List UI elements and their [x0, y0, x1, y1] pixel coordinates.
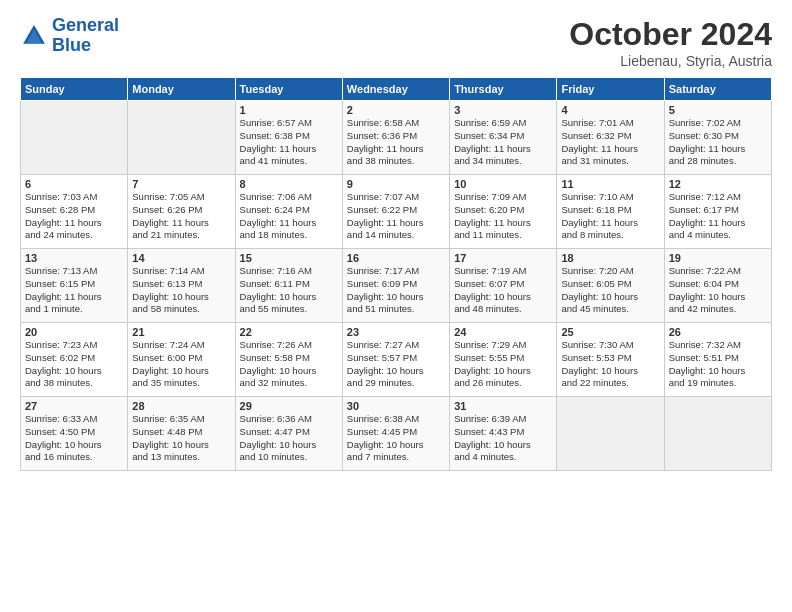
- day-number: 27: [25, 400, 123, 412]
- calendar-cell: 6Sunrise: 7:03 AM Sunset: 6:28 PM Daylig…: [21, 175, 128, 249]
- logo-line1: General: [52, 15, 119, 35]
- location-title: Liebenau, Styria, Austria: [569, 53, 772, 69]
- header: General Blue October 2024 Liebenau, Styr…: [20, 16, 772, 69]
- day-number: 10: [454, 178, 552, 190]
- calendar-cell: 11Sunrise: 7:10 AM Sunset: 6:18 PM Dayli…: [557, 175, 664, 249]
- day-number: 3: [454, 104, 552, 116]
- day-info: Sunrise: 7:26 AM Sunset: 5:58 PM Dayligh…: [240, 339, 338, 390]
- day-number: 16: [347, 252, 445, 264]
- day-info: Sunrise: 7:07 AM Sunset: 6:22 PM Dayligh…: [347, 191, 445, 242]
- day-info: Sunrise: 7:29 AM Sunset: 5:55 PM Dayligh…: [454, 339, 552, 390]
- day-info: Sunrise: 7:30 AM Sunset: 5:53 PM Dayligh…: [561, 339, 659, 390]
- day-info: Sunrise: 7:10 AM Sunset: 6:18 PM Dayligh…: [561, 191, 659, 242]
- logo-icon: [20, 22, 48, 50]
- calendar-cell: 3Sunrise: 6:59 AM Sunset: 6:34 PM Daylig…: [450, 101, 557, 175]
- calendar-cell: 13Sunrise: 7:13 AM Sunset: 6:15 PM Dayli…: [21, 249, 128, 323]
- calendar-cell: 27Sunrise: 6:33 AM Sunset: 4:50 PM Dayli…: [21, 397, 128, 471]
- weekday-header-wednesday: Wednesday: [342, 78, 449, 101]
- day-info: Sunrise: 6:57 AM Sunset: 6:38 PM Dayligh…: [240, 117, 338, 168]
- day-number: 14: [132, 252, 230, 264]
- day-number: 4: [561, 104, 659, 116]
- calendar-cell: [21, 101, 128, 175]
- weekday-header-thursday: Thursday: [450, 78, 557, 101]
- calendar-cell: [664, 397, 771, 471]
- day-number: 23: [347, 326, 445, 338]
- calendar-cell: 7Sunrise: 7:05 AM Sunset: 6:26 PM Daylig…: [128, 175, 235, 249]
- calendar-cell: 24Sunrise: 7:29 AM Sunset: 5:55 PM Dayli…: [450, 323, 557, 397]
- calendar-row: 20Sunrise: 7:23 AM Sunset: 6:02 PM Dayli…: [21, 323, 772, 397]
- calendar-cell: 17Sunrise: 7:19 AM Sunset: 6:07 PM Dayli…: [450, 249, 557, 323]
- day-info: Sunrise: 7:22 AM Sunset: 6:04 PM Dayligh…: [669, 265, 767, 316]
- calendar-cell: 9Sunrise: 7:07 AM Sunset: 6:22 PM Daylig…: [342, 175, 449, 249]
- page: General Blue October 2024 Liebenau, Styr…: [0, 0, 792, 612]
- calendar-cell: 8Sunrise: 7:06 AM Sunset: 6:24 PM Daylig…: [235, 175, 342, 249]
- day-number: 15: [240, 252, 338, 264]
- day-info: Sunrise: 7:03 AM Sunset: 6:28 PM Dayligh…: [25, 191, 123, 242]
- day-info: Sunrise: 7:09 AM Sunset: 6:20 PM Dayligh…: [454, 191, 552, 242]
- calendar-cell: 18Sunrise: 7:20 AM Sunset: 6:05 PM Dayli…: [557, 249, 664, 323]
- day-info: Sunrise: 6:35 AM Sunset: 4:48 PM Dayligh…: [132, 413, 230, 464]
- weekday-header-monday: Monday: [128, 78, 235, 101]
- weekday-header-saturday: Saturday: [664, 78, 771, 101]
- calendar-row: 6Sunrise: 7:03 AM Sunset: 6:28 PM Daylig…: [21, 175, 772, 249]
- day-info: Sunrise: 6:33 AM Sunset: 4:50 PM Dayligh…: [25, 413, 123, 464]
- day-info: Sunrise: 7:16 AM Sunset: 6:11 PM Dayligh…: [240, 265, 338, 316]
- calendar-cell: 28Sunrise: 6:35 AM Sunset: 4:48 PM Dayli…: [128, 397, 235, 471]
- day-info: Sunrise: 7:12 AM Sunset: 6:17 PM Dayligh…: [669, 191, 767, 242]
- day-info: Sunrise: 7:32 AM Sunset: 5:51 PM Dayligh…: [669, 339, 767, 390]
- day-number: 8: [240, 178, 338, 190]
- day-number: 13: [25, 252, 123, 264]
- day-number: 7: [132, 178, 230, 190]
- day-number: 26: [669, 326, 767, 338]
- calendar-cell: 26Sunrise: 7:32 AM Sunset: 5:51 PM Dayli…: [664, 323, 771, 397]
- day-number: 28: [132, 400, 230, 412]
- day-number: 12: [669, 178, 767, 190]
- day-info: Sunrise: 6:58 AM Sunset: 6:36 PM Dayligh…: [347, 117, 445, 168]
- calendar-cell: 14Sunrise: 7:14 AM Sunset: 6:13 PM Dayli…: [128, 249, 235, 323]
- calendar-cell: 15Sunrise: 7:16 AM Sunset: 6:11 PM Dayli…: [235, 249, 342, 323]
- calendar-cell: 23Sunrise: 7:27 AM Sunset: 5:57 PM Dayli…: [342, 323, 449, 397]
- calendar-cell: 25Sunrise: 7:30 AM Sunset: 5:53 PM Dayli…: [557, 323, 664, 397]
- day-number: 1: [240, 104, 338, 116]
- day-number: 20: [25, 326, 123, 338]
- calendar-cell: [128, 101, 235, 175]
- day-info: Sunrise: 6:39 AM Sunset: 4:43 PM Dayligh…: [454, 413, 552, 464]
- day-info: Sunrise: 6:38 AM Sunset: 4:45 PM Dayligh…: [347, 413, 445, 464]
- logo-text: General Blue: [52, 16, 119, 56]
- calendar-table: SundayMondayTuesdayWednesdayThursdayFrid…: [20, 77, 772, 471]
- calendar-row: 13Sunrise: 7:13 AM Sunset: 6:15 PM Dayli…: [21, 249, 772, 323]
- day-info: Sunrise: 7:17 AM Sunset: 6:09 PM Dayligh…: [347, 265, 445, 316]
- day-number: 30: [347, 400, 445, 412]
- day-number: 6: [25, 178, 123, 190]
- calendar-row: 1Sunrise: 6:57 AM Sunset: 6:38 PM Daylig…: [21, 101, 772, 175]
- day-info: Sunrise: 7:13 AM Sunset: 6:15 PM Dayligh…: [25, 265, 123, 316]
- day-info: Sunrise: 7:05 AM Sunset: 6:26 PM Dayligh…: [132, 191, 230, 242]
- day-number: 11: [561, 178, 659, 190]
- calendar-cell: 16Sunrise: 7:17 AM Sunset: 6:09 PM Dayli…: [342, 249, 449, 323]
- day-number: 2: [347, 104, 445, 116]
- weekday-header-friday: Friday: [557, 78, 664, 101]
- day-number: 22: [240, 326, 338, 338]
- weekday-header-sunday: Sunday: [21, 78, 128, 101]
- calendar-row: 27Sunrise: 6:33 AM Sunset: 4:50 PM Dayli…: [21, 397, 772, 471]
- calendar-cell: 10Sunrise: 7:09 AM Sunset: 6:20 PM Dayli…: [450, 175, 557, 249]
- calendar-cell: 20Sunrise: 7:23 AM Sunset: 6:02 PM Dayli…: [21, 323, 128, 397]
- calendar-cell: 4Sunrise: 7:01 AM Sunset: 6:32 PM Daylig…: [557, 101, 664, 175]
- logo-line2: Blue: [52, 35, 91, 55]
- weekday-header-row: SundayMondayTuesdayWednesdayThursdayFrid…: [21, 78, 772, 101]
- day-number: 29: [240, 400, 338, 412]
- day-info: Sunrise: 7:06 AM Sunset: 6:24 PM Dayligh…: [240, 191, 338, 242]
- calendar-cell: 31Sunrise: 6:39 AM Sunset: 4:43 PM Dayli…: [450, 397, 557, 471]
- day-info: Sunrise: 7:20 AM Sunset: 6:05 PM Dayligh…: [561, 265, 659, 316]
- calendar-cell: 19Sunrise: 7:22 AM Sunset: 6:04 PM Dayli…: [664, 249, 771, 323]
- calendar-cell: 30Sunrise: 6:38 AM Sunset: 4:45 PM Dayli…: [342, 397, 449, 471]
- calendar-cell: 29Sunrise: 6:36 AM Sunset: 4:47 PM Dayli…: [235, 397, 342, 471]
- day-info: Sunrise: 7:24 AM Sunset: 6:00 PM Dayligh…: [132, 339, 230, 390]
- logo: General Blue: [20, 16, 119, 56]
- calendar-cell: 12Sunrise: 7:12 AM Sunset: 6:17 PM Dayli…: [664, 175, 771, 249]
- day-number: 19: [669, 252, 767, 264]
- day-number: 5: [669, 104, 767, 116]
- title-area: October 2024 Liebenau, Styria, Austria: [569, 16, 772, 69]
- day-number: 18: [561, 252, 659, 264]
- day-info: Sunrise: 7:01 AM Sunset: 6:32 PM Dayligh…: [561, 117, 659, 168]
